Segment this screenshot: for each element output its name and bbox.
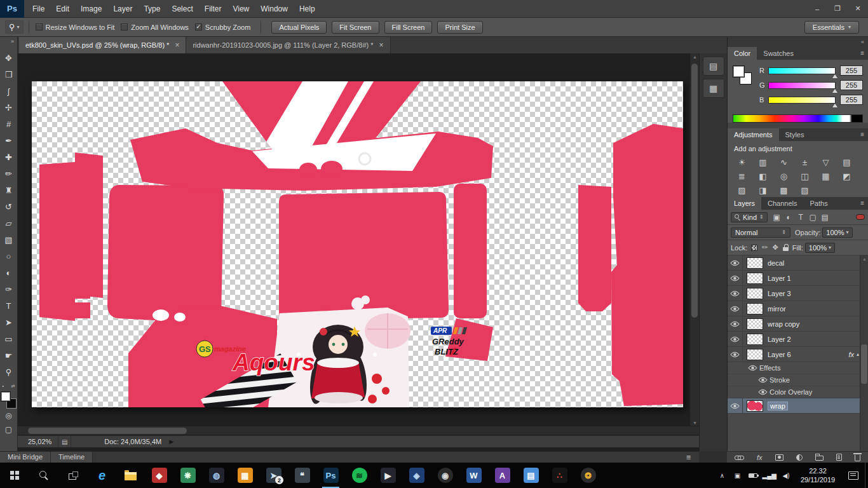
- opacity-dropdown[interactable]: 100% ▾: [822, 227, 852, 238]
- effect-row-color-overlay[interactable]: Color Overlay: [728, 386, 868, 398]
- slider-knob[interactable]: [832, 89, 837, 93]
- tray-app-icon[interactable]: ▣: [730, 463, 745, 488]
- adjustment-color-lookup[interactable]: ▦: [815, 169, 836, 183]
- horizontal-scroll-thumb[interactable]: [28, 428, 187, 434]
- fit-screen-button[interactable]: Fit Screen: [332, 21, 379, 34]
- layer-visibility-toggle[interactable]: [728, 316, 743, 331]
- adjustment-selective-color[interactable]: ▧: [794, 183, 815, 197]
- layer-thumbnail[interactable]: [747, 400, 763, 412]
- adjustment-threshold[interactable]: ◨: [752, 183, 773, 197]
- layer-visibility-toggle[interactable]: [728, 286, 743, 301]
- fill-screen-button[interactable]: Fill Screen: [384, 21, 433, 34]
- panel-menu-icon[interactable]: ≡: [860, 197, 868, 210]
- tool-quick-selection[interactable]: ✢: [0, 99, 18, 116]
- adjustment-posterize[interactable]: ▨: [731, 183, 752, 197]
- layer-visibility-toggle[interactable]: [728, 398, 743, 413]
- restore-button[interactable]: ❐: [827, 0, 848, 18]
- layer-visibility-toggle[interactable]: [728, 271, 743, 285]
- close-tab-icon[interactable]: ×: [379, 41, 384, 50]
- color-spectrum-ramp[interactable]: [733, 114, 863, 123]
- tool-clone-stamp[interactable]: ♜: [0, 182, 18, 198]
- collapse-effects-icon[interactable]: ▴: [857, 351, 859, 357]
- screen-mode-button[interactable]: ▢: [0, 423, 18, 437]
- layer-thumbnail[interactable]: [747, 273, 763, 284]
- close-tab-icon[interactable]: ×: [175, 41, 179, 50]
- taskbar-app-doc[interactable]: ▤: [517, 463, 545, 488]
- tool-crop[interactable]: #: [0, 116, 18, 132]
- filter-shape-layers[interactable]: ▢: [807, 213, 819, 222]
- task-view-button[interactable]: [58, 463, 88, 488]
- menu-file[interactable]: File: [27, 0, 50, 18]
- taskbar-app-green[interactable]: ❋: [173, 463, 202, 488]
- status-menu-arrow-icon[interactable]: ▶: [169, 438, 173, 445]
- scroll-up-icon[interactable]: ▲: [690, 53, 699, 61]
- actual-pixels-button[interactable]: Actual Pixels: [271, 21, 327, 34]
- tool-move[interactable]: ✥: [0, 50, 18, 66]
- tool-zoom[interactable]: ⚲: [0, 363, 18, 380]
- layer-row-decal[interactable]: decal: [728, 255, 868, 271]
- collapse-panels-chevron[interactable]: «: [861, 39, 864, 45]
- layer-row-mirror[interactable]: mirror: [728, 301, 868, 316]
- tool-brush[interactable]: ✏: [0, 165, 18, 182]
- hidden-icons-chevron[interactable]: ∧: [715, 463, 730, 488]
- taskbar-app-orange[interactable]: ▦: [231, 463, 259, 488]
- option-zoom-all-windows[interactable]: Zoom All Windows: [121, 24, 188, 31]
- tool-hand[interactable]: ☛: [0, 347, 18, 363]
- menu-window[interactable]: Window: [255, 0, 294, 18]
- layer-row-wrap[interactable]: wrap: [728, 398, 868, 414]
- tool-history-brush[interactable]: ↺: [0, 198, 18, 215]
- adjustments-tab-styles[interactable]: Styles: [779, 128, 811, 141]
- taskbar-photoshop[interactable]: Ps: [316, 463, 345, 488]
- menu-edit[interactable]: Edit: [50, 0, 75, 18]
- filter-adjustment-layers[interactable]: ◐: [783, 213, 795, 222]
- taskbar-media-player[interactable]: ▶: [374, 463, 402, 488]
- layer-filter-kind-dropdown[interactable]: Kind ⇕: [731, 212, 768, 222]
- layer-visibility-toggle[interactable]: [756, 374, 770, 386]
- show-desktop-button[interactable]: [865, 463, 868, 488]
- new-layer-button[interactable]: [836, 452, 842, 463]
- effect-row-effects[interactable]: Effects: [728, 362, 868, 374]
- taskbar-app-red[interactable]: ◆: [145, 463, 173, 488]
- layer-visibility-toggle[interactable]: [728, 347, 743, 362]
- menu-image[interactable]: Image: [75, 0, 107, 18]
- adjustment-hue-saturation[interactable]: ▤: [836, 155, 857, 169]
- layer-visibility-toggle[interactable]: [728, 255, 743, 270]
- layer-thumbnail[interactable]: [747, 303, 763, 315]
- vertical-scroll-thumb[interactable]: [691, 64, 698, 318]
- taskbar-word[interactable]: W: [459, 463, 488, 488]
- link-layers-button[interactable]: [735, 452, 744, 463]
- tool-marquee[interactable]: ❒: [0, 66, 18, 83]
- taskbar-gom-player[interactable]: ◉: [431, 463, 459, 488]
- slider-knob[interactable]: [832, 104, 837, 107]
- panel-tab-timeline[interactable]: Timeline: [51, 452, 93, 463]
- adjustment-channel-mixer[interactable]: ◫: [794, 169, 815, 183]
- lock-transparency-icon[interactable]: [751, 245, 757, 251]
- channel-slider[interactable]: [768, 82, 836, 89]
- taskbar-media-dots[interactable]: ∴: [545, 463, 574, 488]
- taskbar-app-globe[interactable]: ◍: [202, 463, 231, 488]
- tool-eyedropper[interactable]: ✒: [0, 132, 18, 149]
- workspace-switcher[interactable]: Essentials ▾: [804, 21, 859, 34]
- tool-pen[interactable]: ✑: [0, 281, 18, 297]
- color-tab-swatches[interactable]: Swatches: [757, 47, 800, 60]
- layer-thumbnail[interactable]: [747, 349, 763, 360]
- panel-tab-mini-bridge[interactable]: Mini Bridge: [0, 452, 51, 463]
- menu-help[interactable]: Help: [294, 0, 321, 18]
- taskbar-spotify[interactable]: ≋: [345, 463, 374, 488]
- slider-knob[interactable]: [832, 74, 837, 78]
- fill-dropdown[interactable]: 100% ▾: [805, 243, 835, 253]
- taskbar-colorful-app[interactable]: ❂: [574, 463, 602, 488]
- quick-mask-button[interactable]: ◎: [0, 409, 18, 423]
- option-scrubby-zoom[interactable]: ✓Scrubby Zoom: [195, 24, 251, 31]
- foreground-color-swatch[interactable]: [1, 391, 11, 402]
- close-button[interactable]: ✕: [848, 0, 868, 18]
- tool-shape[interactable]: ▭: [0, 330, 18, 347]
- delete-layer-button[interactable]: [855, 452, 860, 463]
- layers-tab-paths[interactable]: Paths: [804, 197, 834, 210]
- layers-scroll-thumb[interactable]: [861, 344, 867, 384]
- horizontal-scrollbar[interactable]: [18, 426, 699, 435]
- layer-row-wrap-copy[interactable]: wrap copy: [728, 316, 868, 332]
- scroll-up-icon[interactable]: ▲: [860, 255, 868, 263]
- network-icon[interactable]: ▂▄▆: [761, 463, 778, 488]
- default-colors-icon[interactable]: ▪: [3, 384, 4, 390]
